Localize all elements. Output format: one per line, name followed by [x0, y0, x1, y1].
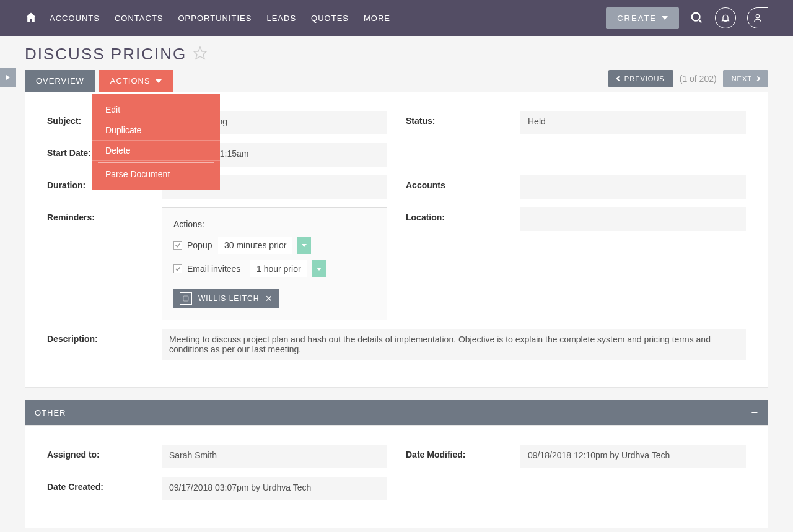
location-value [520, 207, 746, 231]
nav-contacts[interactable]: CONTACTS [115, 14, 164, 23]
description-value: Meeting to discuss project plan and hash… [162, 329, 746, 360]
chevron-left-icon [616, 76, 621, 81]
tab-actions-label: ACTIONS [110, 76, 151, 85]
side-expand-tab[interactable] [0, 68, 16, 87]
chevron-right-icon [755, 76, 760, 81]
chevron-down-icon [317, 268, 322, 271]
accounts-value [520, 175, 746, 199]
date-created-value: 09/17/2018 03:07pm by Urdhva Tech [162, 477, 387, 500]
previous-button[interactable]: PREVIOUS [608, 70, 673, 87]
person-icon [180, 292, 192, 305]
date-modified-value: 09/18/2018 12:10pm by Urdhva Tech [520, 445, 746, 468]
next-button[interactable]: NEXT [723, 70, 768, 87]
action-edit[interactable]: Edit [92, 100, 220, 120]
user-icon[interactable] [747, 7, 768, 28]
svg-marker-3 [194, 47, 206, 59]
collapse-icon[interactable]: − [751, 406, 758, 419]
date-modified-label: Date Modified: [406, 445, 520, 468]
nav-accounts[interactable]: ACCOUNTS [50, 14, 100, 23]
chevron-down-icon [662, 16, 668, 20]
reminders-actions-label: Actions: [173, 219, 375, 229]
status-value: Held [520, 111, 746, 134]
tab-overview[interactable]: OVERVIEW [25, 70, 95, 92]
popup-interval-value: 30 minutes prior [218, 237, 292, 254]
popup-interval-dropdown[interactable] [297, 237, 311, 254]
svg-line-1 [699, 20, 702, 23]
svg-point-2 [756, 15, 759, 18]
email-checkbox-label: Email invitees [187, 264, 245, 274]
email-checkbox[interactable] [173, 264, 182, 273]
popup-checkbox-label: Popup [187, 240, 213, 250]
nav-quotes[interactable]: QUOTES [311, 14, 349, 23]
home-icon[interactable] [25, 11, 37, 25]
previous-label: PREVIOUS [624, 75, 665, 82]
nav-leads[interactable]: LEADS [266, 14, 296, 23]
email-interval-value: 1 hour prior [250, 260, 307, 277]
popup-checkbox[interactable] [173, 241, 182, 250]
status-label: Status: [406, 111, 520, 134]
chip-remove-icon[interactable]: ✕ [265, 294, 273, 303]
pager-count: (1 of 202) [680, 74, 717, 84]
email-interval-dropdown[interactable] [312, 260, 326, 277]
other-section-title: OTHER [35, 408, 66, 417]
description-label: Description: [47, 329, 162, 360]
chevron-down-icon [156, 79, 162, 83]
assigned-to-label: Assigned to: [47, 445, 162, 468]
svg-rect-5 [183, 296, 188, 301]
action-duplicate[interactable]: Duplicate [92, 120, 220, 141]
reminders-label: Reminders: [47, 207, 162, 222]
reminders-box: Actions: Popup 30 minutes prior [162, 207, 387, 320]
notifications-icon[interactable] [715, 7, 736, 28]
svg-marker-4 [6, 75, 10, 80]
create-button[interactable]: CREATE [606, 7, 679, 29]
chevron-down-icon [302, 244, 307, 247]
svg-point-0 [692, 13, 700, 21]
actions-dropdown: Edit Duplicate Delete Parse Document [92, 94, 220, 190]
next-label: NEXT [732, 75, 752, 82]
favorite-star-icon[interactable] [193, 46, 208, 63]
tab-actions[interactable]: ACTIONS [99, 70, 173, 92]
create-label: CREATE [617, 14, 657, 23]
nav-opportunities[interactable]: OPPORTUNITIES [178, 14, 252, 23]
action-delete[interactable]: Delete [92, 141, 220, 161]
location-label: Location: [406, 207, 520, 222]
assigned-to-value: Sarah Smith [162, 445, 387, 468]
search-icon[interactable] [690, 11, 704, 25]
action-parse-document[interactable]: Parse Document [92, 164, 220, 184]
nav-more[interactable]: MORE [364, 14, 390, 23]
other-section-header[interactable]: OTHER − [25, 400, 768, 425]
page-title: DISCUSS PRICING [25, 45, 186, 64]
invitee-chip: WILLIS LEITCH ✕ [173, 289, 279, 308]
invitee-chip-label: WILLIS LEITCH [198, 294, 259, 303]
accounts-label: Accounts [406, 175, 520, 199]
date-created-label: Date Created: [47, 477, 162, 500]
dropdown-divider [98, 162, 214, 163]
